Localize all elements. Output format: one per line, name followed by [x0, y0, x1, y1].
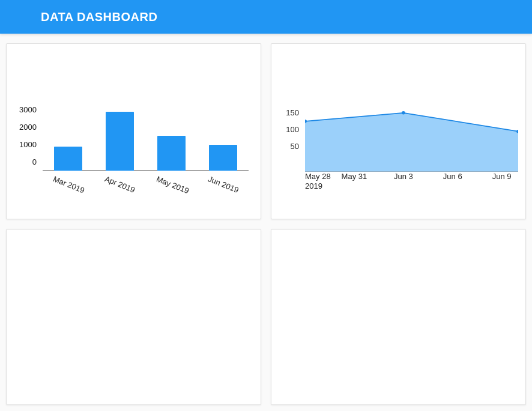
area-chart-y-tick: 150 [286, 108, 299, 117]
area-point [402, 111, 405, 115]
bar-chart-y-tick: 2000 [19, 123, 37, 132]
area-chart-x-year: 2019 [305, 181, 322, 190]
bar-chart-y-tick: 1000 [19, 140, 37, 149]
bar-chart-x-axis: Mar 2019Apr 2019May 2019Jun 2019 [43, 174, 249, 202]
bar-chart-plot [43, 110, 249, 171]
area-fill [305, 113, 518, 172]
card-empty-1 [6, 229, 261, 405]
area-chart-y-tick: 100 [286, 124, 299, 133]
card-area-chart: 50100150 May 28May 31Jun 3Jun 6Jun 92019 [271, 43, 526, 219]
area-chart-x-tick: May 31 [342, 172, 367, 181]
area-chart-x-tick: Jun 3 [394, 172, 413, 181]
area-chart-x-tick: May 28 [305, 172, 331, 181]
bar [106, 112, 134, 171]
area-chart-x-tick: Jun 6 [443, 172, 462, 181]
bar [157, 136, 186, 171]
page-title: DATA DASHBOARD [41, 10, 157, 24]
bar-chart-x-tick: Apr 2019 [104, 174, 137, 195]
area-chart-x-axis: May 28May 31Jun 3Jun 6Jun 92019 [305, 172, 518, 190]
area-chart-x-tick: Jun 9 [492, 172, 512, 181]
bar-chart-y-tick: 0 [32, 157, 37, 166]
bar-chart-y-axis: 0100020003000 [7, 110, 40, 171]
dashboard-grid: 0100020003000 Mar 2019Apr 2019May 2019Ju… [0, 34, 532, 411]
bar [209, 145, 237, 171]
app-header: DATA DASHBOARD [0, 0, 532, 34]
bar-chart-x-tick: May 2019 [155, 174, 190, 195]
bar-chart-x-tick: Jun 2019 [207, 174, 240, 195]
area-chart-plot [305, 111, 518, 172]
bar [54, 147, 82, 171]
card-bar-chart: 0100020003000 Mar 2019Apr 2019May 2019Ju… [6, 43, 261, 219]
area-chart-y-axis: 50100150 [271, 111, 303, 172]
bar-chart-x-tick: Mar 2019 [52, 174, 86, 195]
card-empty-2 [271, 229, 526, 405]
bar-chart-y-tick: 3000 [19, 105, 37, 114]
area-chart-y-tick: 50 [291, 141, 299, 150]
